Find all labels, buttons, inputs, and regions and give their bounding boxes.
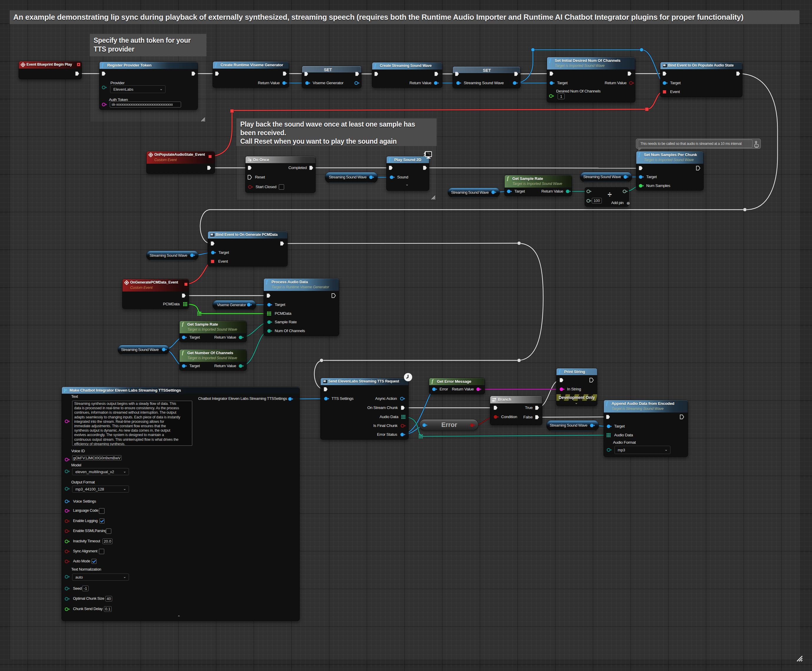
svg-text:1: 1: [248, 158, 250, 160]
